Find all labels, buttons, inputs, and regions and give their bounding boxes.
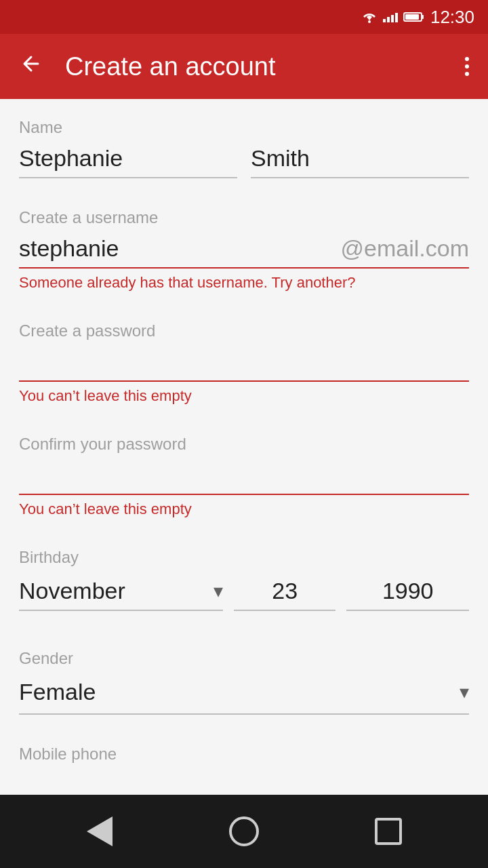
username-input[interactable] bbox=[19, 233, 341, 267]
username-label: Create a username bbox=[19, 208, 469, 227]
wifi-icon bbox=[361, 11, 378, 23]
password-error: You can’t leave this empty bbox=[19, 387, 469, 405]
last-name-input[interactable] bbox=[251, 142, 469, 178]
svg-point-0 bbox=[368, 20, 371, 23]
confirm-password-error: You can’t leave this empty bbox=[19, 500, 469, 518]
birthday-year-value: 1990 bbox=[346, 578, 469, 604]
last-name-wrap bbox=[251, 142, 469, 178]
back-triangle-icon bbox=[87, 816, 113, 846]
name-row bbox=[19, 142, 469, 178]
first-name-wrap bbox=[19, 142, 237, 178]
more-options-button[interactable] bbox=[460, 52, 474, 81]
birthday-day-select[interactable]: 23 bbox=[234, 578, 336, 611]
nav-bar bbox=[0, 795, 488, 868]
username-group: Create a username @email.com Someone alr… bbox=[19, 189, 469, 302]
gender-dropdown-icon: ▾ bbox=[460, 681, 469, 703]
svg-rect-3 bbox=[422, 15, 424, 19]
gender-select[interactable]: Female ▾ bbox=[19, 673, 469, 715]
status-time: 12:30 bbox=[430, 7, 474, 28]
back-button[interactable] bbox=[14, 46, 49, 87]
confirm-password-group: Confirm your password You can’t leave th… bbox=[19, 416, 469, 529]
month-dropdown-icon: ▾ bbox=[214, 580, 223, 602]
svg-rect-2 bbox=[405, 14, 419, 20]
birthday-month-value: November bbox=[19, 578, 214, 604]
birthday-label: Birthday bbox=[19, 548, 469, 567]
status-icons: 12:30 bbox=[361, 7, 474, 28]
recents-square-icon bbox=[375, 818, 402, 845]
name-label: Name bbox=[19, 118, 469, 137]
page-title: Create an account bbox=[65, 52, 443, 81]
birthday-group: Birthday November ▾ 23 1990 bbox=[19, 529, 469, 630]
confirm-password-label: Confirm your password bbox=[19, 435, 469, 454]
confirm-password-input[interactable] bbox=[19, 459, 469, 495]
username-row: @email.com bbox=[19, 233, 469, 269]
signal-icon bbox=[383, 12, 398, 22]
birthday-day-value: 23 bbox=[234, 578, 336, 604]
app-bar: Create an account bbox=[0, 34, 488, 99]
name-group: Name bbox=[19, 99, 469, 189]
battery-icon bbox=[403, 11, 425, 23]
birthday-row: November ▾ 23 1990 bbox=[19, 572, 469, 619]
mobile-label: Mobile phone bbox=[19, 726, 469, 764]
username-error: Someone already has that username. Try a… bbox=[19, 274, 469, 292]
form-content: Name Create a username @email.com Someon… bbox=[0, 99, 488, 795]
first-name-input[interactable] bbox=[19, 142, 237, 178]
birthday-month-select[interactable]: November ▾ bbox=[19, 578, 223, 611]
password-input[interactable] bbox=[19, 346, 469, 382]
gender-value: Female bbox=[19, 679, 460, 705]
nav-home-button[interactable] bbox=[217, 804, 271, 859]
nav-back-button[interactable] bbox=[73, 804, 127, 859]
home-circle-icon bbox=[229, 816, 259, 846]
birthday-year-select[interactable]: 1990 bbox=[346, 578, 469, 611]
nav-recents-button[interactable] bbox=[361, 804, 415, 859]
password-label: Create a password bbox=[19, 321, 469, 340]
status-bar: 12:30 bbox=[0, 0, 488, 34]
password-group: Create a password You can’t leave this e… bbox=[19, 302, 469, 416]
email-suffix: @email.com bbox=[341, 235, 469, 267]
gender-label: Gender bbox=[19, 649, 469, 668]
gender-group: Gender Female ▾ bbox=[19, 630, 469, 726]
